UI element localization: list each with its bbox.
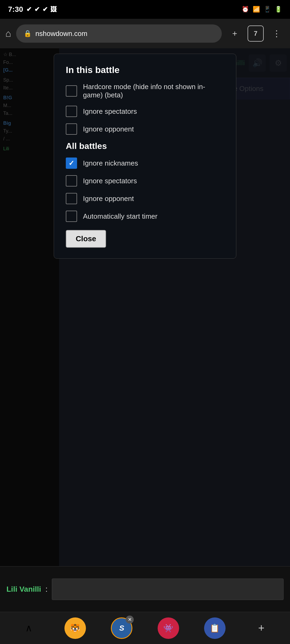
option5-label: Ignore spectators <box>83 177 137 185</box>
option1-label: Hardcore mode (hide info not shown in-ga… <box>83 83 224 99</box>
option3-label: Ignore opponent <box>83 125 134 133</box>
option6-label: Ignore opponent <box>83 195 134 203</box>
home-button[interactable]: ⌂ <box>5 28 11 39</box>
tab-game[interactable]: 👾 <box>158 617 179 639</box>
tab-count-button[interactable]: 7 <box>248 25 264 42</box>
url-text: nshowdown.com <box>35 30 88 38</box>
notes-icon: 📋 <box>210 623 220 633</box>
wifi-icon: 📶 <box>253 6 260 13</box>
checkmark-icon: ✓ <box>68 159 74 167</box>
lock-icon: 🔒 <box>24 30 32 37</box>
menu-button[interactable]: ⋮ <box>269 25 285 42</box>
tab-tiger[interactable]: 🐯 <box>64 617 86 639</box>
tiger-icon: 🐯 <box>70 623 80 633</box>
browser-tab-strip: ∧ 🐯 S ✕ 👾 📋 + <box>0 612 290 644</box>
option6-checkbox[interactable] <box>66 193 77 204</box>
status-bar: 7:30 ✔ ✔ ✔ 🖼 ⏰ 📶 📱 🔋 <box>0 0 290 19</box>
image-icon: 🖼 <box>50 6 57 13</box>
url-bar[interactable]: 🔒 nshowdown.com <box>16 24 222 43</box>
close-tab-button[interactable]: ✕ <box>126 616 134 624</box>
tab-notes[interactable]: 📋 <box>204 617 226 639</box>
option4-row: ✓ Ignore nicknames <box>66 158 224 169</box>
option1-row: Hardcore mode (hide info not shown in-ga… <box>66 83 224 99</box>
all-battles-title: All battles <box>66 141 224 151</box>
tab-showdown-active[interactable]: S ✕ <box>111 617 132 639</box>
chat-username: Lili Vanilli <box>6 585 41 594</box>
chat-area: Lili Vanilli : <box>0 566 290 612</box>
in-this-battle-title: In this battle <box>66 65 224 75</box>
check-icon-3: ✔ <box>42 6 48 13</box>
nav-up-button[interactable]: ∧ <box>18 617 39 639</box>
browser-bar: ⌂ 🔒 nshowdown.com + 7 ⋮ <box>0 19 290 48</box>
option1-checkbox[interactable] <box>66 85 77 97</box>
option7-checkbox[interactable] <box>66 211 77 222</box>
option4-checkbox[interactable]: ✓ <box>66 158 77 169</box>
check-icon-1: ✔ <box>26 6 32 13</box>
option7-row: Automatically start timer <box>66 211 224 222</box>
option5-checkbox[interactable] <box>66 175 77 186</box>
signal-icon: 📱 <box>264 6 271 13</box>
close-button[interactable]: Close <box>66 230 106 248</box>
option2-checkbox[interactable] <box>66 106 77 117</box>
add-tab-button[interactable]: + <box>251 617 272 639</box>
option5-row: Ignore spectators <box>66 175 224 186</box>
alarm-icon: ⏰ <box>242 6 249 13</box>
game-icon: 👾 <box>163 623 173 633</box>
option6-row: Ignore opponent <box>66 193 224 204</box>
battle-options-modal: In this battle Hardcore mode (hide info … <box>54 54 236 259</box>
main-content: S! ▼ [Gen 9] VGC 2023 Series B!GSH0T vs.… <box>0 48 290 566</box>
option3-checkbox[interactable] <box>66 123 77 135</box>
battery-icon: 🔋 <box>275 6 282 13</box>
modal-overlay: In this battle Hardcore mode (hide info … <box>0 48 290 566</box>
chat-input[interactable] <box>52 579 284 600</box>
chat-colon: : <box>45 585 48 594</box>
option7-label: Automatically start timer <box>83 212 157 221</box>
option2-label: Ignore spectators <box>83 107 137 116</box>
time: 7:30 <box>8 5 23 14</box>
option2-row: Ignore spectators <box>66 106 224 117</box>
option4-label: Ignore nicknames <box>83 159 138 167</box>
option3-row: Ignore opponent <box>66 123 224 135</box>
check-icon-2: ✔ <box>34 6 40 13</box>
new-tab-button[interactable]: + <box>227 25 243 42</box>
showdown-icon: S <box>119 624 124 632</box>
